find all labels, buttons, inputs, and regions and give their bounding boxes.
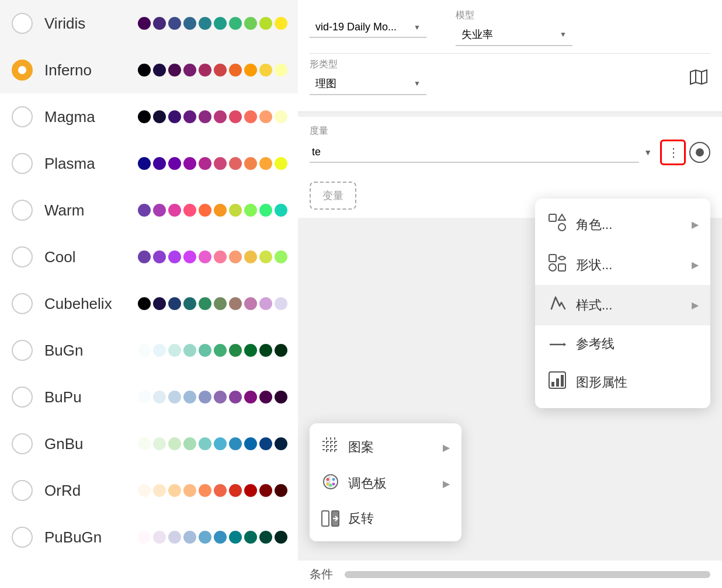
model-dropdown[interactable]: 失业率 ▼ [456,24,572,46]
popup-item-reverse[interactable]: 反转 [310,502,461,535]
shape-type-group: 形类型 理图 ▼ [310,58,426,95]
color-dots [138,64,287,76]
radio-button[interactable] [12,153,33,174]
color-dot [168,17,181,30]
color-dot [183,204,196,217]
color-scale-list[interactable]: ViridisInfernoMagmaPlasmaWarmCoolCubehel… [0,0,298,588]
top-section: vid-19 Daily Mo... ▼ 模型 失业率 ▼ 形类型 理图 ▼ [298,0,722,112]
three-dot-button[interactable]: ⋮ [660,140,686,165]
radio-button[interactable] [12,60,33,81]
svg-rect-14 [549,214,556,221]
radio-button[interactable] [12,480,33,501]
pattern-label: 图案 [348,439,435,456]
color-dot [138,437,151,450]
role-icon [547,214,568,235]
color-dot [153,157,166,170]
color-dot [199,297,211,310]
radio-button[interactable] [12,387,33,408]
color-dot [183,391,196,403]
color-dots [138,204,287,217]
color-scale-row[interactable]: GnBu [0,420,298,467]
color-dot [229,250,242,263]
popup-item-style[interactable]: 样式... ▶ [535,285,710,325]
color-scale-row[interactable]: OrRd [0,467,298,514]
variable-chevron-icon: ▼ [644,148,652,157]
add-variable-placeholder[interactable]: 变量 [310,182,356,210]
color-dot [229,64,242,76]
svg-marker-15 [558,214,565,220]
svg-point-16 [558,224,565,231]
color-scale-row[interactable]: Cubehelix [0,280,298,327]
radio-button[interactable] [12,246,33,267]
color-dot [275,531,287,544]
color-scale-row[interactable]: BuPu [0,374,298,420]
color-dot [153,484,166,497]
color-dot [214,64,227,76]
reference-line-label: 参考线 [576,335,699,353]
radio-target-button[interactable] [689,142,710,163]
color-scale-row[interactable]: PuBuGn [0,514,298,561]
color-dot [229,110,242,123]
color-dot [259,157,272,170]
color-scale-name: Warm [44,201,138,220]
color-scale-row[interactable]: BuGn [0,327,298,374]
palette-arrow-icon: ▶ [443,478,450,489]
color-dot [199,437,211,450]
color-dot [214,157,227,170]
color-dot [214,204,227,217]
color-dot [214,344,227,357]
color-dot [214,110,227,123]
radio-button[interactable] [12,433,33,454]
variable-field: te [310,142,639,163]
color-dot [214,437,227,450]
radio-button[interactable] [12,293,33,314]
svg-marker-21 [564,343,566,346]
color-dot [183,110,196,123]
color-scale-row[interactable]: Inferno [0,47,298,93]
radio-button[interactable] [12,200,33,221]
right-panel: vid-19 Daily Mo... ▼ 模型 失业率 ▼ 形类型 理图 ▼ [298,0,722,588]
model-value: 失业率 [461,27,493,41]
color-scale-name: Plasma [44,155,138,173]
style-arrow-icon: ▶ [692,300,699,311]
color-dot [275,391,287,403]
popup-item-chart-props[interactable]: 图形属性 [535,362,710,402]
conditions-scrollbar[interactable] [345,571,710,578]
color-dot [244,391,257,403]
add-variable-label: 变量 [322,190,343,201]
color-dot [244,344,257,357]
color-scale-row[interactable]: Viridis [0,0,298,47]
variable-value: te [312,146,321,158]
chart-props-icon [547,371,568,393]
color-scale-row[interactable]: Warm [0,187,298,234]
radio-button[interactable] [12,106,33,127]
radio-button[interactable] [12,340,33,361]
color-dot [168,204,181,217]
pattern-icon [321,437,340,457]
popup-item-pattern[interactable]: 图案 ▶ [310,429,461,465]
radio-button[interactable] [12,13,33,34]
radio-button[interactable] [12,527,33,548]
popup-item-shape[interactable]: 形状... ▶ [535,245,710,285]
color-scale-row[interactable]: Cool [0,234,298,280]
color-dot [244,437,257,450]
reference-line-icon [547,335,568,353]
popup-item-reference-line[interactable]: 参考线 [535,325,710,362]
shape-type-label: 形类型 [310,58,426,71]
dataset-dropdown[interactable]: vid-19 Daily Mo... ▼ [310,18,426,38]
color-dot [153,64,166,76]
popup-item-role[interactable]: 角色... ▶ [535,204,710,245]
color-dot [138,110,151,123]
color-dot [229,204,242,217]
color-dot [214,484,227,497]
color-dot [183,64,196,76]
shape-type-dropdown[interactable]: 理图 ▼ [310,73,426,95]
color-scale-row[interactable]: Magma [0,93,298,140]
color-dots [138,110,287,123]
color-dot [229,157,242,170]
popup-item-palette[interactable]: 调色板 ▶ [310,465,461,502]
color-scale-row[interactable]: Plasma [0,140,298,187]
color-dot [199,17,211,30]
map-icon-button[interactable] [687,65,710,89]
color-dot [244,157,257,170]
